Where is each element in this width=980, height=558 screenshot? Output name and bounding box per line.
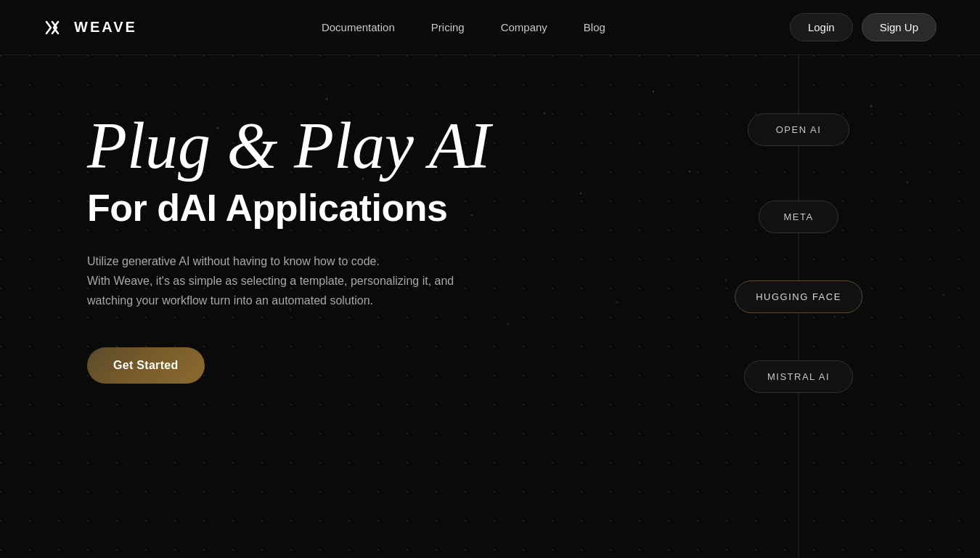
weave-logo-icon — [44, 16, 67, 39]
svg-point-18 — [507, 323, 510, 326]
node-meta-label: META — [783, 211, 813, 222]
login-button[interactable]: Login — [790, 13, 853, 41]
node-huggingface: HUGGING FACE — [735, 280, 862, 313]
nav-link-pricing[interactable]: Pricing — [431, 21, 465, 33]
node-huggingface-label: HUGGING FACE — [756, 291, 841, 302]
get-started-button[interactable]: Get Started — [87, 347, 205, 384]
nav-link-documentation[interactable]: Documentation — [322, 21, 395, 33]
diagram-section: OPEN AI META HUGGING FACE MISTRAL AI — [617, 55, 980, 558]
logo-text: WEAVE — [74, 19, 137, 36]
hero-description: Utilize generative AI without having to … — [87, 251, 491, 311]
hero-section: Plug & Play AI For dAI Applications Util… — [87, 113, 491, 384]
hero-description-line1: Utilize generative AI without having to … — [87, 255, 380, 267]
node-mistral-label: MISTRAL AI — [767, 371, 830, 382]
nav-link-blog[interactable]: Blog — [584, 21, 605, 33]
node-mistral: MISTRAL AI — [744, 360, 853, 393]
hero-description-line2: With Weave, it's as simple as selecting … — [87, 275, 454, 287]
logo[interactable]: WEAVE — [44, 16, 137, 39]
svg-point-3 — [326, 98, 328, 100]
hero-title-sans: For dAI Applications — [87, 186, 491, 230]
nav-links: Documentation Pricing Company Blog — [322, 21, 605, 33]
nav-actions: Login Sign Up — [790, 13, 936, 41]
main-content: Plug & Play AI For dAI Applications Util… — [0, 55, 980, 558]
diagram-container: OPEN AI META HUGGING FACE MISTRAL AI — [617, 55, 980, 558]
hero-title-italic: Plug & Play AI — [87, 113, 491, 179]
nav-link-company[interactable]: Company — [501, 21, 547, 33]
svg-point-12 — [580, 193, 582, 195]
navbar: WEAVE Documentation Pricing Company Blog… — [0, 0, 980, 55]
node-openai-label: OPEN AI — [776, 124, 822, 135]
hero-description-line3: watching your workflow turn into an auto… — [87, 294, 373, 307]
node-openai: OPEN AI — [748, 113, 849, 146]
svg-point-5 — [544, 113, 546, 115]
signup-button[interactable]: Sign Up — [862, 13, 936, 41]
node-meta: META — [759, 201, 838, 233]
